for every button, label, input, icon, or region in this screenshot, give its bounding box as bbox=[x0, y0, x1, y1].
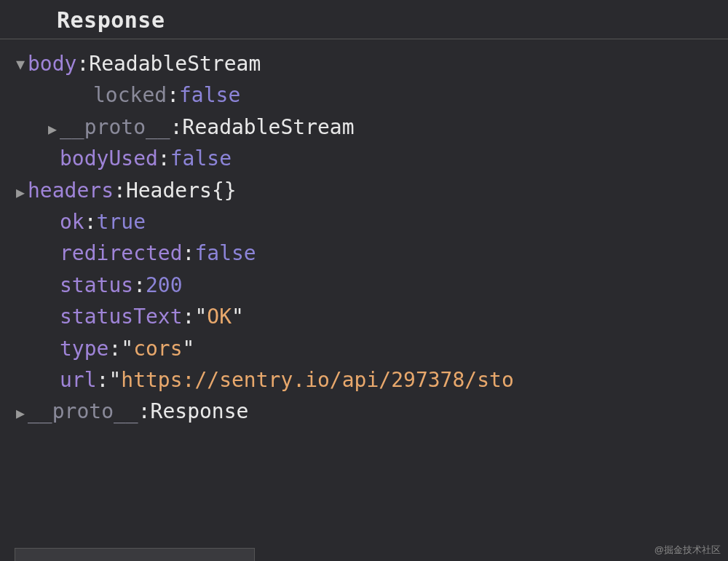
property-key: redirected bbox=[60, 238, 183, 269]
property-value-type: Response bbox=[151, 396, 249, 427]
property-value-string: cors bbox=[133, 333, 182, 364]
property-row[interactable]: type: "cors" bbox=[0, 333, 728, 364]
quote: " bbox=[232, 301, 244, 332]
property-value-number: 200 bbox=[146, 270, 183, 301]
quote: " bbox=[194, 301, 207, 332]
property-row[interactable]: redirected: false bbox=[0, 238, 728, 269]
disclosure-triangle-collapsed-icon[interactable]: ▶ bbox=[45, 118, 60, 141]
colon: : bbox=[170, 111, 183, 143]
property-key: bodyUsed bbox=[60, 143, 158, 174]
property-row[interactable]: ▶__proto__: Response bbox=[0, 396, 728, 427]
property-row[interactable]: ▶__proto__: ReadableStream bbox=[0, 111, 728, 143]
colon: : bbox=[114, 175, 126, 206]
colon: : bbox=[97, 364, 109, 396]
property-row[interactable]: bodyUsed: false bbox=[0, 143, 728, 174]
braces: {} bbox=[212, 175, 237, 206]
panel-title: Response bbox=[57, 7, 165, 33]
colon: : bbox=[158, 143, 170, 174]
quote: " bbox=[108, 364, 121, 396]
property-row[interactable]: ▼body: ReadableStream bbox=[0, 48, 728, 79]
property-row[interactable]: locked: false bbox=[0, 79, 728, 111]
property-value-type: Headers bbox=[126, 175, 212, 206]
property-key: locked bbox=[93, 79, 167, 111]
property-key: __proto__ bbox=[60, 111, 170, 143]
colon: : bbox=[133, 270, 146, 301]
property-value-type: ReadableStream bbox=[183, 111, 355, 143]
colon: : bbox=[167, 79, 179, 111]
property-key: type bbox=[60, 333, 108, 364]
property-key: statusText bbox=[60, 301, 183, 332]
property-value-string: OK bbox=[207, 301, 232, 332]
colon: : bbox=[183, 238, 195, 269]
property-row[interactable]: status: 200 bbox=[0, 270, 728, 301]
disclosure-triangle-expanded-icon[interactable]: ▼ bbox=[13, 53, 28, 76]
colon: : bbox=[76, 48, 89, 79]
property-key: ok bbox=[60, 206, 84, 238]
property-value-boolean: false bbox=[194, 238, 256, 269]
footer-tab-hint bbox=[15, 548, 255, 561]
property-value-boolean: false bbox=[170, 143, 232, 174]
object-tree[interactable]: ▼body: ReadableStreamlocked: false▶__pro… bbox=[0, 39, 728, 428]
colon: : bbox=[84, 206, 97, 238]
property-key: url bbox=[60, 364, 97, 396]
quote: " bbox=[121, 333, 133, 364]
property-value-boolean: true bbox=[97, 206, 146, 238]
watermark: @掘金技术社区 bbox=[654, 544, 721, 557]
property-row[interactable]: ok: true bbox=[0, 206, 728, 238]
property-value-string: https://sentry.io/api/297378/sto bbox=[121, 364, 513, 396]
quote: " bbox=[183, 333, 195, 364]
property-value-type: ReadableStream bbox=[89, 48, 261, 79]
colon: : bbox=[183, 301, 195, 332]
disclosure-triangle-collapsed-icon[interactable]: ▶ bbox=[13, 402, 28, 425]
property-key: headers bbox=[28, 175, 114, 206]
property-row[interactable]: statusText: "OK" bbox=[0, 301, 728, 332]
property-row[interactable]: url: "https://sentry.io/api/297378/sto bbox=[0, 364, 728, 396]
property-value-boolean: false bbox=[179, 79, 240, 111]
panel-header: Response bbox=[0, 0, 728, 39]
colon: : bbox=[108, 333, 121, 364]
property-key: status bbox=[60, 270, 133, 301]
disclosure-triangle-collapsed-icon[interactable]: ▶ bbox=[13, 181, 28, 204]
property-row[interactable]: ▶headers: Headers {} bbox=[0, 175, 728, 206]
colon: : bbox=[138, 396, 151, 427]
property-key: body bbox=[28, 48, 76, 79]
property-key: __proto__ bbox=[28, 396, 138, 427]
